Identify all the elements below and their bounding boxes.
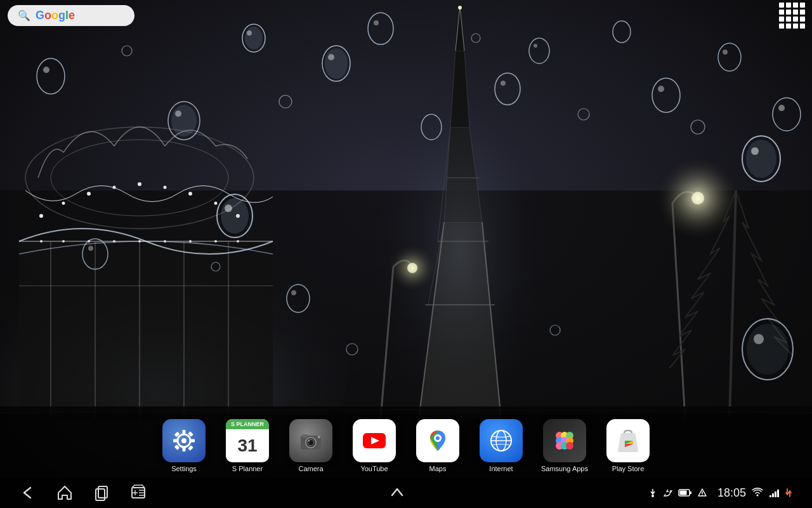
app-dock: Settings S PLANNER 31 S Planner (0, 414, 812, 478)
samsung-apps-icon[interactable]: Samsung Apps (539, 419, 590, 472)
maps-app-icon[interactable]: Maps (412, 419, 463, 472)
svg-rect-91 (173, 439, 178, 443)
svg-point-12 (62, 202, 65, 205)
svg-point-24 (138, 240, 141, 243)
internet-label: Internet (489, 465, 513, 472)
svg-point-27 (214, 240, 217, 243)
svg-point-11 (39, 214, 43, 218)
svg-rect-139 (772, 493, 774, 497)
svg-point-65 (778, 105, 785, 111)
svg-rect-125 (98, 486, 107, 498)
samsung-apps-label: Samsung Apps (541, 465, 588, 472)
google-search-bar[interactable]: 🔍 Google (8, 5, 134, 26)
svg-point-17 (188, 192, 192, 196)
svg-point-39 (653, 154, 742, 243)
svg-point-26 (189, 240, 192, 243)
svg-rect-90 (183, 447, 186, 451)
svg-rect-124 (96, 489, 105, 500)
usb-icon (648, 488, 658, 498)
svg-point-23 (113, 240, 115, 243)
wifi-icon (751, 488, 764, 498)
svg-point-14 (113, 186, 116, 189)
svg-point-88 (181, 438, 187, 443)
splanner-label: S Planner (232, 465, 263, 472)
svg-point-58 (723, 50, 728, 55)
maps-label: Maps (429, 465, 447, 472)
svg-point-28 (237, 240, 239, 243)
svg-rect-5 (19, 241, 273, 419)
splanner-app-icon[interactable]: S PLANNER 31 S Planner (222, 419, 273, 472)
svg-point-132 (652, 495, 654, 497)
svg-point-74 (747, 324, 789, 375)
status-time: 18:05 (717, 486, 746, 500)
internet-icon-img (480, 419, 523, 462)
play-store-label: Play Store (612, 465, 645, 472)
svg-rect-138 (769, 495, 771, 497)
internet-app-icon[interactable]: Internet (476, 419, 527, 472)
planner-month-text: S PLANNER (231, 421, 264, 427)
settings-icon-img (162, 419, 206, 462)
svg-point-51 (225, 204, 232, 212)
planner-header: S PLANNER (226, 419, 269, 429)
signal-down-icon (785, 488, 793, 498)
recents-button[interactable] (93, 484, 110, 502)
svg-point-67 (88, 246, 93, 251)
svg-point-16 (164, 186, 167, 189)
svg-point-42 (247, 30, 252, 36)
svg-point-72 (501, 81, 506, 86)
play-store-app-icon[interactable]: Play Store (603, 419, 653, 472)
settings-label: Settings (171, 465, 197, 472)
camera-app-icon[interactable]: Camera (285, 419, 336, 472)
warning-icon (697, 488, 707, 498)
svg-point-101 (310, 441, 312, 444)
svg-point-69 (291, 290, 296, 295)
svg-rect-92 (190, 439, 195, 443)
svg-point-63 (751, 147, 759, 155)
nav-left-buttons (19, 484, 147, 502)
svg-point-107 (436, 436, 440, 440)
maps-icon-img (416, 419, 459, 462)
nav-center (388, 484, 406, 502)
svg-point-13 (87, 192, 91, 196)
svg-rect-98 (302, 434, 308, 438)
youtube-app-icon[interactable]: YouTube (349, 419, 400, 472)
camera-icon-img (289, 419, 332, 462)
up-button[interactable] (388, 484, 406, 502)
svg-point-15 (138, 182, 141, 186)
recycle-icon (663, 488, 673, 498)
top-bar: 🔍 Google (0, 0, 812, 30)
play-store-icon-img (606, 419, 650, 462)
svg-point-77 (43, 67, 49, 73)
youtube-icon-img (353, 419, 396, 462)
svg-point-47 (171, 105, 197, 137)
camera-label: Camera (298, 465, 323, 472)
svg-point-45 (328, 54, 334, 60)
svg-point-20 (40, 240, 43, 243)
back-button[interactable] (19, 484, 37, 502)
home-button[interactable] (56, 484, 74, 502)
settings-app-icon[interactable]: Settings (159, 419, 209, 472)
svg-point-36 (387, 243, 438, 293)
svg-point-137 (702, 495, 703, 496)
svg-point-55 (534, 44, 537, 48)
svg-point-119 (566, 442, 573, 450)
youtube-label: YouTube (360, 465, 388, 472)
search-icon: 🔍 (18, 10, 30, 22)
screenshot-button[interactable] (129, 484, 147, 502)
navigation-bar: 18:05 (0, 478, 812, 508)
battery-icon (678, 488, 692, 497)
grid-icon (779, 3, 805, 29)
svg-point-60 (658, 86, 664, 92)
svg-point-18 (214, 202, 218, 205)
samsung-apps-icon-img (543, 419, 586, 462)
all-apps-button[interactable] (779, 3, 804, 28)
svg-point-102 (308, 440, 310, 442)
svg-point-50 (221, 198, 249, 234)
planner-body: 31 (237, 429, 257, 462)
planner-date-value: 31 (237, 437, 257, 455)
splanner-icon-img: S PLANNER 31 (226, 419, 269, 462)
svg-point-48 (175, 110, 181, 117)
svg-point-21 (62, 240, 65, 243)
svg-rect-134 (679, 491, 686, 495)
planner-date-number: 31 (237, 437, 257, 455)
